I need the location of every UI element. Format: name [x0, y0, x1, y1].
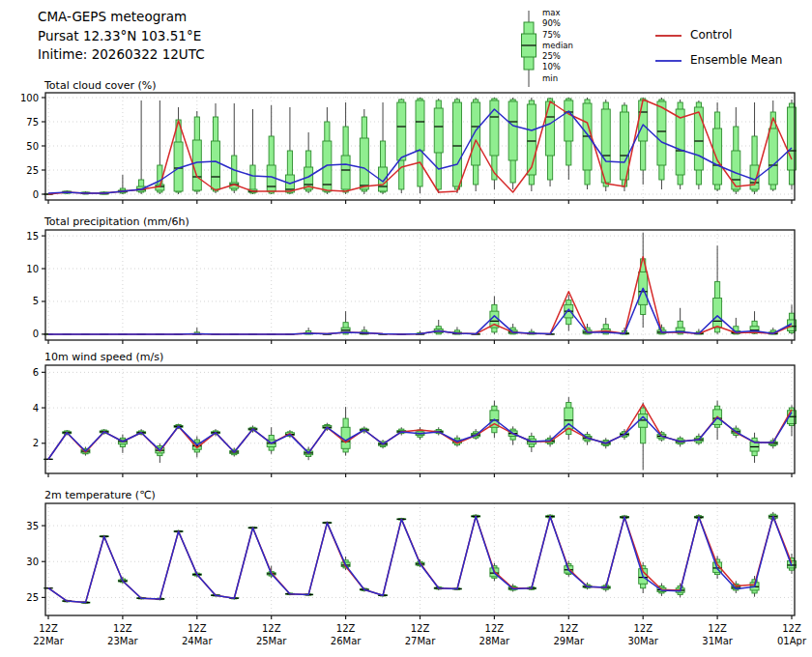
y-tick-label: 15 — [26, 231, 39, 242]
box-p25-p75 — [565, 100, 573, 141]
y-tick-label: 0 — [33, 328, 39, 339]
y-tick-label: 5 — [33, 296, 39, 306]
y-tick-label: 50 — [26, 141, 39, 152]
box-p25-p75 — [434, 108, 443, 153]
meteogram-chart: 025507510005101524625303512Z22Mar12Z23Ma… — [0, 0, 812, 657]
box-p25-p75 — [639, 100, 648, 141]
meteogram-app: CMA-GEPS meteogram Pursat 12.33°N 103.51… — [0, 0, 812, 657]
box-p25-p75 — [657, 101, 666, 165]
x-tick-time-label: 12Z — [113, 623, 132, 634]
x-tick-time-label: 12Z — [336, 623, 356, 634]
x-tick-date-label: 24Mar — [182, 636, 213, 646]
x-tick-time-label: 12Z — [39, 623, 58, 634]
box-p25-p75 — [768, 129, 777, 185]
y-tick-label: 30 — [26, 557, 39, 567]
x-tick-date-label: 30Mar — [627, 636, 658, 646]
box-p25-p75 — [341, 156, 350, 189]
x-tick-time-label: 12Z — [188, 623, 207, 634]
box-p25-p75 — [452, 102, 461, 186]
box-p25-p75 — [713, 129, 722, 185]
x-tick-time-label: 12Z — [411, 623, 430, 634]
x-tick-time-label: 12Z — [262, 623, 281, 634]
box-p25-p75 — [508, 101, 517, 160]
y-tick-label: 100 — [20, 93, 39, 103]
x-tick-time-label: 12Z — [560, 623, 579, 634]
box-p25-p75 — [360, 138, 368, 189]
box-p25-p75 — [416, 100, 424, 151]
y-tick-label: 0 — [33, 189, 39, 200]
y-tick-label: 10 — [26, 264, 39, 274]
y-tick-label: 35 — [26, 521, 39, 531]
x-tick-time-label: 12Z — [633, 623, 652, 634]
y-tick-label: 2 — [33, 438, 39, 448]
x-tick-date-label: 25Mar — [256, 636, 287, 646]
x-tick-time-label: 12Z — [485, 623, 505, 634]
x-tick-date-label: 22Mar — [33, 636, 64, 646]
box-p25-p75 — [397, 102, 406, 160]
x-tick-date-label: 31Mar — [702, 636, 733, 646]
box-p25-p75 — [694, 107, 703, 170]
x-tick-date-label: 27Mar — [405, 636, 436, 646]
y-tick-label: 25 — [26, 165, 39, 176]
box-p25-p75 — [472, 102, 480, 165]
box-p25-p75 — [212, 141, 220, 189]
y-tick-label: 6 — [33, 367, 39, 378]
x-tick-date-label: 28Mar — [479, 636, 510, 646]
box-p25-p75 — [192, 140, 201, 190]
box-p25-p75 — [676, 109, 684, 175]
box-p25-p75 — [527, 104, 536, 175]
x-tick-date-label: 23Mar — [107, 636, 138, 646]
x-tick-date-label: 01Apr — [777, 636, 807, 646]
y-tick-label: 75 — [26, 117, 39, 128]
y-tick-label: 4 — [33, 403, 39, 414]
x-tick-date-label: 26Mar — [331, 636, 362, 646]
x-tick-date-label: 29Mar — [554, 636, 585, 646]
box-p25-p75 — [732, 151, 740, 189]
y-tick-label: 25 — [26, 592, 39, 603]
box-p25-p75 — [713, 299, 722, 328]
x-tick-time-label: 12Z — [708, 623, 727, 634]
box-p25-p75 — [546, 101, 555, 156]
x-tick-time-label: 12Z — [782, 623, 801, 634]
box-p25-p75 — [323, 141, 332, 191]
